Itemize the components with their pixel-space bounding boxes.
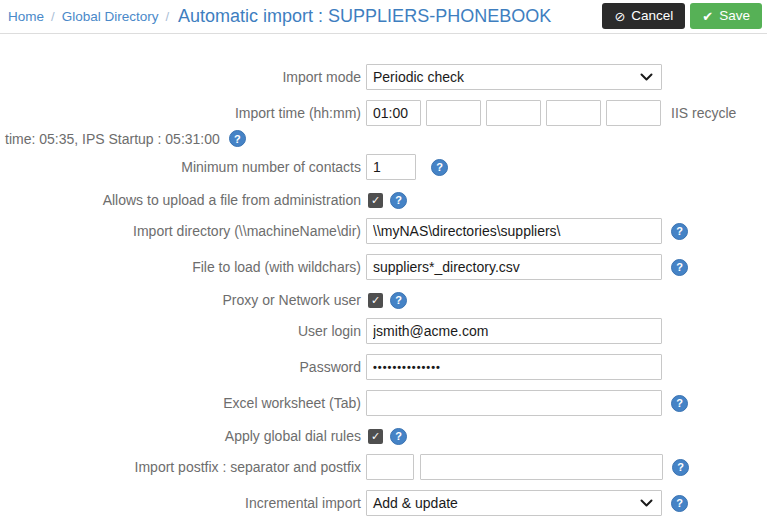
import-mode-select[interactable]: Periodic check (366, 64, 662, 90)
import-mode-label: Import mode (0, 69, 366, 85)
breadcrumb-global-directory-link[interactable]: Global Directory (62, 9, 159, 24)
row-excel-worksheet: Excel worksheet (Tab) ? (0, 390, 767, 416)
breadcrumb-separator: / (51, 9, 55, 24)
row-file-to-load: File to load (with wildchars) ? (0, 254, 767, 280)
breadcrumb-home-link[interactable]: Home (8, 9, 44, 24)
allow-upload-label: Allows to upload a file from administrat… (0, 192, 366, 208)
help-icon[interactable]: ? (671, 259, 688, 276)
help-icon[interactable]: ? (672, 459, 689, 476)
automatic-import-form: Import mode Periodic check Import time (… (0, 34, 767, 516)
password-input[interactable] (366, 354, 662, 380)
proxy-user-label: Proxy or Network user (0, 292, 366, 308)
allow-upload-checkbox[interactable]: ✓ (368, 193, 383, 208)
iis-recycle-text-continued: time: 05:35, IPS Startup : 05:31:00 (5, 131, 220, 147)
import-directory-input[interactable] (366, 218, 662, 244)
import-time-input-1[interactable] (366, 100, 421, 126)
save-button-label: Save (719, 9, 750, 23)
row-import-mode: Import mode Periodic check (0, 64, 767, 90)
dial-rules-label: Apply global dial rules (0, 428, 366, 444)
proxy-user-checkbox[interactable]: ✓ (368, 293, 383, 308)
help-icon[interactable]: ? (390, 192, 407, 209)
postfix-separator-input[interactable] (366, 454, 414, 480)
excel-worksheet-label: Excel worksheet (Tab) (0, 395, 366, 411)
row-import-directory: Import directory (\\machineName\dir) ? (0, 218, 767, 244)
import-postfix-label: Import postfix : separator and postfix (0, 459, 366, 475)
help-icon[interactable]: ? (671, 495, 688, 512)
iis-recycle-text: IIS recycle (671, 105, 736, 121)
min-contacts-label: Minimum number of contacts (0, 159, 366, 175)
row-password: Password (0, 354, 767, 380)
row-min-contacts: Minimum number of contacts ? (0, 154, 767, 180)
row-import-postfix: Import postfix : separator and postfix ? (0, 454, 767, 480)
import-mode-selected-value: Periodic check (373, 69, 464, 85)
incremental-import-selected-value: Add & update (373, 495, 458, 511)
help-icon[interactable]: ? (229, 130, 246, 147)
cancel-icon: ⊘ (614, 10, 625, 23)
row-proxy-user: Proxy or Network user ✓ ? (0, 290, 767, 310)
save-button[interactable]: ✔ Save (690, 3, 762, 29)
file-to-load-label: File to load (with wildchars) (0, 259, 366, 275)
dial-rules-checkbox[interactable]: ✓ (368, 429, 383, 444)
file-to-load-input[interactable] (366, 254, 662, 280)
user-login-label: User login (0, 323, 366, 339)
help-icon[interactable]: ? (671, 395, 688, 412)
help-icon[interactable]: ? (671, 223, 688, 240)
import-time-input-3[interactable] (486, 100, 541, 126)
row-allow-upload: Allows to upload a file from administrat… (0, 190, 767, 210)
row-incremental-import: Incremental import Add & update ? (0, 490, 767, 516)
cancel-button-label: Cancel (631, 9, 673, 23)
header-buttons: ⊘ Cancel ✔ Save (602, 3, 762, 29)
user-login-input[interactable] (366, 318, 662, 344)
chevron-down-icon (640, 499, 653, 508)
row-import-time: Import time (hh:mm) IIS recycle time: 05… (0, 100, 767, 147)
breadcrumb: Home / Global Directory / Automatic impo… (8, 6, 551, 27)
help-icon[interactable]: ? (390, 428, 407, 445)
row-user-login: User login (0, 318, 767, 344)
checkmark-icon: ✔ (702, 10, 713, 23)
chevron-down-icon (640, 73, 653, 82)
incremental-import-label: Incremental import (0, 495, 366, 511)
excel-worksheet-input[interactable] (366, 390, 662, 416)
import-time-input-2[interactable] (426, 100, 481, 126)
import-time-label: Import time (hh:mm) (0, 105, 366, 121)
import-time-input-5[interactable] (606, 100, 661, 126)
import-time-input-4[interactable] (546, 100, 601, 126)
min-contacts-input[interactable] (366, 154, 416, 180)
help-icon[interactable]: ? (390, 292, 407, 309)
help-icon[interactable]: ? (431, 159, 448, 176)
row-dial-rules: Apply global dial rules ✓ ? (0, 426, 767, 446)
postfix-value-input[interactable] (420, 454, 663, 480)
import-directory-label: Import directory (\\machineName\dir) (0, 223, 366, 239)
cancel-button[interactable]: ⊘ Cancel (602, 3, 685, 29)
page-title: Automatic import : SUPPLIERS-PHONEBOOK (178, 6, 551, 27)
header-bar: Home / Global Directory / Automatic impo… (0, 0, 767, 34)
incremental-import-select[interactable]: Add & update (366, 490, 662, 516)
breadcrumb-separator: / (165, 9, 169, 24)
password-label: Password (0, 359, 366, 375)
